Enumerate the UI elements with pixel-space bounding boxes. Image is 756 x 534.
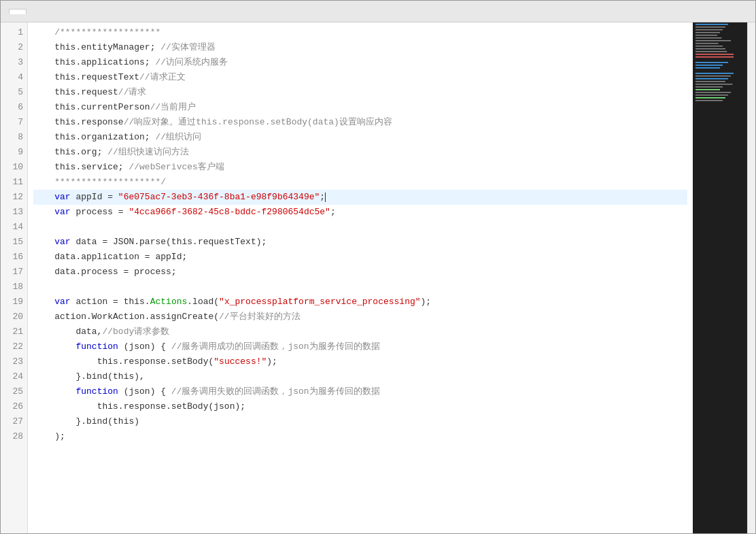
code-token: function <box>75 339 118 354</box>
code-token: }.bind( <box>33 369 113 384</box>
code-token: .load( <box>187 295 219 310</box>
code-token: //访问系统内服务 <box>155 55 228 70</box>
code-token: var <box>54 295 70 310</box>
code-token: this <box>33 145 75 160</box>
code-token <box>33 399 97 414</box>
code-token: ); <box>421 295 432 310</box>
code-line-11: ********************/ <box>33 175 687 190</box>
title-bar <box>1 1 755 22</box>
code-token: //实体管理器 <box>160 40 216 55</box>
code-token: process = <box>71 205 129 220</box>
line-number-28: 28 <box>5 429 23 444</box>
code-line-10: this.service; //webSerivces客户端 <box>33 160 687 175</box>
code-token: .currentPerson <box>75 100 150 115</box>
code-token: appId = <box>71 190 118 205</box>
code-token: .requestText <box>75 70 139 85</box>
code-token: //组织访问 <box>155 130 201 145</box>
code-token: / <box>33 25 60 40</box>
code-line-15: var data = JSON.parse(this.requestText); <box>33 235 687 250</box>
code-token: var <box>54 235 70 250</box>
code-token: //平台封装好的方法 <box>219 310 300 324</box>
code-token <box>33 205 54 220</box>
line-number-9: 9 <box>5 145 23 160</box>
code-token: . <box>145 295 150 310</box>
scrollbar-vertical[interactable] <box>747 22 755 533</box>
line-number-18: 18 <box>5 280 23 295</box>
code-line-3: this.applications; //访问系统内服务 <box>33 55 687 70</box>
line-number-4: 4 <box>5 70 23 85</box>
code-content[interactable]: /******************* this.entityManager;… <box>28 22 693 533</box>
code-line-5: this.request//请求 <box>33 85 687 100</box>
code-token: (json) { <box>118 384 171 399</box>
code-line-23: this.response.setBody("success!"); <box>33 354 687 369</box>
code-token: "x_processplatform_service_processing" <box>219 295 420 310</box>
minimap <box>693 22 747 533</box>
code-line-16: data.application = appId; <box>33 250 687 265</box>
code-token: ); <box>267 354 277 369</box>
code-token: }.bind( <box>33 414 113 429</box>
code-token: this <box>97 399 118 414</box>
line-number-5: 5 <box>5 85 23 100</box>
code-line-6: this.currentPerson//当前用户 <box>33 100 687 115</box>
code-token: ) <box>134 414 139 429</box>
code-line-17: data.process = process; <box>33 265 687 280</box>
code-token: data.application = appId; <box>33 250 187 265</box>
code-line-28: ); <box>33 429 687 444</box>
code-token: .applications; <box>75 55 155 70</box>
main-window: 1234567891011121314151617181920212223242… <box>0 0 756 534</box>
code-token: //body请求参数 <box>102 324 169 339</box>
code-token: //服务调用成功的回调函数，json为服务传回的数据 <box>171 339 380 354</box>
line-number-25: 25 <box>5 384 23 399</box>
tab-label[interactable] <box>9 9 27 14</box>
code-line-1: /******************* <box>33 25 687 40</box>
line-numbers: 1234567891011121314151617181920212223242… <box>1 22 28 533</box>
code-line-25: function (json) { //服务调用失败的回调函数，json为服务传… <box>33 384 687 399</box>
code-token: (json) { <box>118 339 171 354</box>
code-token: "6e075ac7-3eb3-436f-8ba1-e98f9b64349e" <box>118 190 320 205</box>
code-token: data = JSON.parse( <box>71 235 171 250</box>
line-number-11: 11 <box>5 175 23 190</box>
code-token: .request <box>75 85 118 100</box>
line-number-24: 24 <box>5 369 23 384</box>
code-token: //当前用户 <box>150 100 196 115</box>
code-token: .org; <box>75 145 107 160</box>
editor-area: 1234567891011121314151617181920212223242… <box>1 22 755 533</box>
code-token: ), <box>134 369 145 384</box>
code-line-19: var action = this.Actions.load("x_proces… <box>33 295 687 310</box>
line-number-10: 10 <box>5 160 23 175</box>
line-number-21: 21 <box>5 324 23 339</box>
code-token: ********************/ <box>33 175 166 190</box>
code-token: //请求正文 <box>139 70 186 85</box>
code-token: .response <box>75 115 123 130</box>
code-token: //响应对象。通过this.response.setBody(data)设置响应… <box>124 115 392 130</box>
code-line-2: this.entityManager; //实体管理器 <box>33 40 687 55</box>
code-token: this <box>33 160 75 175</box>
line-number-17: 17 <box>5 265 23 280</box>
code-line-18 <box>33 280 687 295</box>
code-token: this <box>33 40 75 55</box>
code-token <box>33 295 54 310</box>
code-token: function <box>75 384 118 399</box>
minimap-canvas <box>693 22 747 533</box>
code-token: ); <box>33 429 65 444</box>
line-number-6: 6 <box>5 100 23 115</box>
code-line-12: var appId = "6e075ac7-3eb3-436f-8ba1-e98… <box>33 190 687 205</box>
code-token: this <box>171 235 192 250</box>
code-token: ; <box>330 205 336 220</box>
code-token: this <box>97 354 118 369</box>
code-token: var <box>54 190 70 205</box>
code-token: .entityManager; <box>75 40 160 55</box>
code-line-7: this.response//响应对象。通过this.response.setB… <box>33 115 687 130</box>
code-line-14 <box>33 220 687 235</box>
code-token: data.process = process; <box>33 265 177 280</box>
code-token: .response.setBody( <box>118 354 213 369</box>
code-token: data, <box>33 324 102 339</box>
code-line-27: }.bind(this) <box>33 414 687 429</box>
code-token: action.WorkAction.assignCreate( <box>33 310 219 324</box>
code-token: .requestText); <box>192 235 267 250</box>
code-token: this <box>113 414 134 429</box>
code-token: //服务调用失败的回调函数，json为服务传回的数据 <box>171 384 380 399</box>
code-token <box>33 354 97 369</box>
code-token: this <box>124 295 145 310</box>
line-number-27: 27 <box>5 414 23 429</box>
